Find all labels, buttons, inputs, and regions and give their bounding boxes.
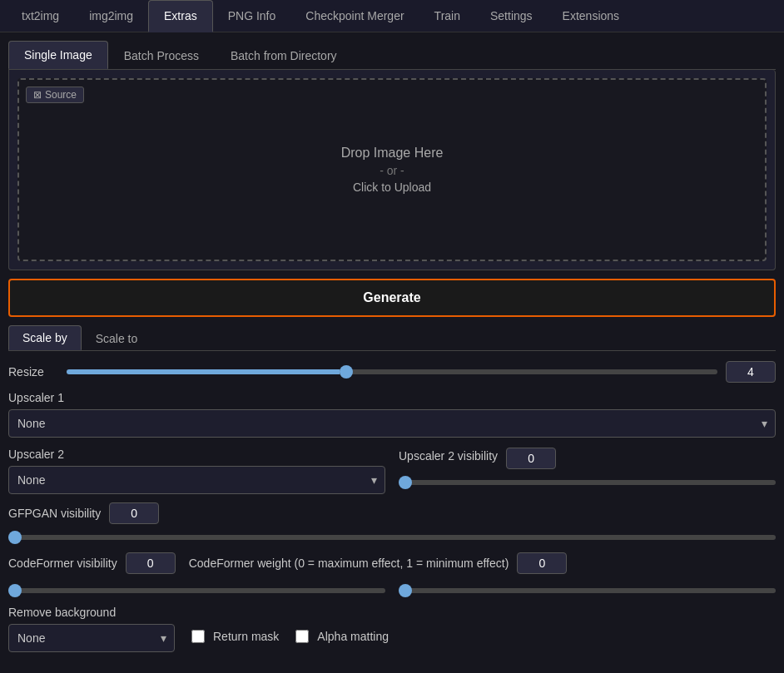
upscaler1-select[interactable]: None Lanczos Nearest ESRGAN_4x LDSR R-ES…: [8, 409, 776, 438]
remove-bg-select-wrapper: None None (U2-Net) None (REMBG): [8, 624, 175, 652]
upscaler2-visibility-value[interactable]: [506, 448, 556, 469]
codeformer-weight-label: CodeFormer weight (0 = maximum effect, 1…: [189, 557, 509, 570]
tab-txt2img[interactable]: txt2img: [7, 1, 74, 32]
codeformer-vis-section: CodeFormer visibility: [8, 552, 176, 574]
remove-bg-section: Remove background None None (U2-Net) Non…: [8, 606, 175, 652]
codeformer-vis-value[interactable]: [126, 552, 176, 574]
remove-bg-select[interactable]: None None (U2-Net) None (REMBG): [8, 624, 175, 652]
upscaler2-right: Upscaler 2 visibility: [399, 448, 776, 494]
resize-row: Resize: [8, 361, 776, 383]
resize-label: Resize: [8, 365, 58, 379]
codeformer-weight-slider-wrap: [399, 582, 776, 596]
return-mask-checkbox[interactable]: [191, 630, 205, 643]
upscaler2-row: Upscaler 2 None Lanczos Nearest ESRGAN_4…: [8, 448, 776, 494]
resize-slider[interactable]: [67, 369, 717, 374]
drop-text: Drop Image Here: [341, 146, 444, 161]
codeformer-weight-value[interactable]: [517, 552, 567, 574]
generate-button[interactable]: Generate: [8, 279, 776, 317]
source-badge: ⊠ Source: [26, 87, 84, 103]
return-mask-row: Return mask: [191, 630, 279, 643]
source-label: Source: [45, 89, 77, 101]
upscaler2-label: Upscaler 2: [8, 448, 385, 461]
upscaler1-label: Upscaler 1: [8, 391, 776, 404]
upload-panel: ⊠ Source Drop Image Here - or - Click to…: [8, 70, 776, 270]
main-content: Single Image Batch Process Batch from Di…: [0, 32, 784, 661]
alpha-matting-row: Alpha matting: [295, 630, 389, 643]
codeformer-vis-slider[interactable]: [8, 588, 385, 593]
codeformer-weight-section: CodeFormer weight (0 = maximum effect, 1…: [189, 552, 776, 574]
upscaler1-section: Upscaler 1 None Lanczos Nearest ESRGAN_4…: [8, 391, 776, 438]
alpha-matting-label: Alpha matting: [317, 630, 389, 643]
top-nav: txt2img img2img Extras PNG Info Checkpoi…: [0, 0, 784, 32]
tab-pnginfo[interactable]: PNG Info: [213, 1, 291, 32]
remove-bg-label: Remove background: [8, 606, 175, 619]
gfpgan-label: GFPGAN visibility: [8, 507, 101, 520]
gfpgan-section: GFPGAN visibility: [8, 502, 776, 542]
scale-tabs: Scale by Scale to: [8, 325, 776, 351]
return-mask-label: Return mask: [213, 630, 279, 643]
upscaler2-visibility-label: Upscaler 2 visibility: [399, 449, 498, 463]
resize-slider-container: [67, 369, 717, 374]
source-icon: ⊠: [33, 89, 42, 101]
remove-bg-row: Remove background None None (U2-Net) Non…: [8, 606, 776, 652]
upscaler1-select-wrapper: None Lanczos Nearest ESRGAN_4x LDSR R-ES…: [8, 409, 776, 438]
codeformer-vis-slider-wrap: [8, 582, 385, 596]
subtab-batch-directory[interactable]: Batch from Directory: [215, 41, 353, 69]
upscaler2-visibility-slider[interactable]: [399, 480, 776, 485]
tab-img2img[interactable]: img2img: [74, 1, 148, 32]
upscaler2-left: Upscaler 2 None Lanczos Nearest ESRGAN_4…: [8, 448, 385, 494]
subtab-batch-process[interactable]: Batch Process: [108, 41, 215, 69]
alpha-matting-checkbox[interactable]: [295, 630, 309, 643]
resize-value-input[interactable]: [726, 361, 776, 383]
sub-tabs: Single Image Batch Process Batch from Di…: [8, 41, 776, 70]
tab-extras[interactable]: Extras: [148, 0, 213, 32]
or-text: - or -: [380, 164, 404, 177]
gfpgan-value[interactable]: [109, 502, 159, 524]
tab-checkpoint[interactable]: Checkpoint Merger: [290, 1, 419, 32]
subtab-single-image[interactable]: Single Image: [8, 41, 108, 69]
gfpgan-slider[interactable]: [8, 535, 776, 540]
upscaler2-select[interactable]: None Lanczos Nearest ESRGAN_4x LDSR R-ES…: [8, 466, 385, 494]
codeformer-vis-label: CodeFormer visibility: [8, 557, 117, 570]
click-to-upload-text: Click to Upload: [353, 181, 431, 194]
codeformer-weight-slider[interactable]: [399, 588, 776, 593]
upscaler2-select-wrapper: None Lanczos Nearest ESRGAN_4x LDSR R-ES…: [8, 466, 385, 494]
codeformer-row: CodeFormer visibility CodeFormer weight …: [8, 552, 776, 574]
codeformer-sliders-row: [8, 582, 776, 596]
tab-extensions[interactable]: Extensions: [548, 1, 634, 32]
tab-settings[interactable]: Settings: [475, 1, 548, 32]
scale-to-tab[interactable]: Scale to: [82, 325, 152, 350]
tab-train[interactable]: Train: [419, 1, 475, 32]
upload-area[interactable]: ⊠ Source Drop Image Here - or - Click to…: [17, 78, 767, 261]
scale-by-tab[interactable]: Scale by: [8, 325, 82, 350]
